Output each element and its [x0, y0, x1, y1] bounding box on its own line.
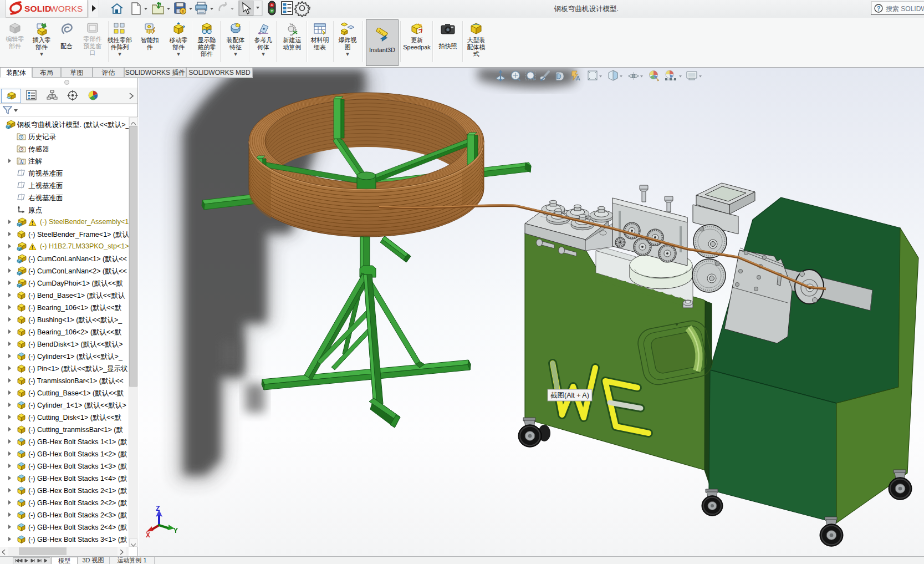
svg-text:SOLID: SOLID [24, 4, 51, 13]
svg-text:X: X [146, 531, 150, 540]
svg-text:截图(Alt + A): 截图(Alt + A) [550, 392, 589, 399]
svg-text:WORKS: WORKS [50, 4, 83, 13]
svg-text:Y: Y [173, 527, 178, 535]
svg-text:?: ? [877, 5, 881, 12]
svg-text:A: A [576, 75, 580, 82]
svg-text:A: A [20, 160, 23, 165]
svg-text:Z: Z [156, 505, 160, 513]
svg-text:!: ! [182, 9, 184, 14]
